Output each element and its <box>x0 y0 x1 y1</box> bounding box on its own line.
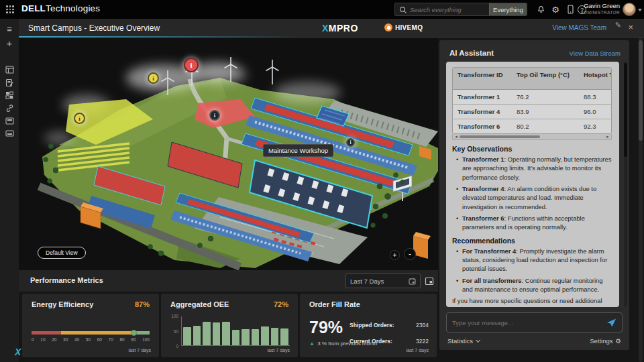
search-input[interactable] <box>410 3 489 15</box>
sidebar-item-apps[interactable] <box>0 89 19 101</box>
horizontal-scrollbar[interactable]: ◄ ► <box>452 134 612 140</box>
table-cell: Transformer 1 <box>453 90 512 104</box>
page-scrollbar[interactable] <box>639 38 643 362</box>
settings-button[interactable]: Settings⚙ <box>590 337 621 345</box>
oee-bar <box>193 326 201 345</box>
tick-label: 20 <box>52 337 56 342</box>
calendar-button[interactable] <box>425 276 434 286</box>
search-bar: Everything <box>394 3 527 16</box>
message-input-box <box>446 312 623 333</box>
table-cell: 96.0 <box>579 105 612 119</box>
vertical-scrollbar[interactable] <box>624 62 627 307</box>
scrollbar-thumb[interactable] <box>639 40 643 141</box>
hamburger-menu-icon[interactable]: ≡ <box>0 23 19 35</box>
oee-bar <box>261 326 269 345</box>
chevron-down-icon <box>476 338 480 343</box>
observations-title: Key Observations <box>452 145 613 153</box>
scrollbar-thumb[interactable] <box>460 135 540 139</box>
list-item: For Transformer 4: Promptly investigate … <box>456 247 613 274</box>
info-map-pin-2[interactable]: i <box>346 138 355 147</box>
order-fill-rate-card: Order Fill Rate 79% ▲ 3 % from previous … <box>300 294 437 357</box>
warning-map-pin[interactable]: i <box>148 72 159 84</box>
view-data-stream-link[interactable]: View Data Stream <box>570 50 621 57</box>
search-scope-button[interactable]: Everything <box>489 3 527 15</box>
close-icon[interactable]: × <box>628 22 633 32</box>
tick-label: 100 <box>142 337 150 342</box>
warning-map-pin-2[interactable]: i <box>74 113 85 124</box>
campus-3d-map[interactable]: i i i i i Maintance Workshop Default Vie… <box>19 38 438 270</box>
shipped-orders-row: Shipped Orders: 2304 <box>350 322 429 328</box>
oee-bar <box>280 328 288 345</box>
table-cell: Transformer 6 <box>453 119 512 133</box>
tick-label: 50 <box>168 329 178 334</box>
tick-label: 30 <box>63 337 68 342</box>
hivemq-icon <box>384 23 392 32</box>
table-cell: Transformer 4 <box>453 105 512 119</box>
gear-icon[interactable]: ⚙ <box>550 4 561 15</box>
order-fill-value: 79% <box>309 318 343 337</box>
avatar[interactable] <box>623 3 636 16</box>
tick-label: 50 <box>86 337 91 342</box>
bell-icon[interactable] <box>535 4 546 15</box>
list-item: Transformer 6: Functions within acceptab… <box>456 214 613 232</box>
hivemq-logo: HIVEMQ <box>384 23 423 32</box>
table-cell: 88.3 <box>579 90 612 104</box>
mobile-icon[interactable] <box>565 4 576 15</box>
info-map-pin[interactable]: i <box>209 110 220 121</box>
tick-label: 100 <box>168 314 178 318</box>
ai-assistant-panel: AI Assistant View Data Stream Transforme… <box>439 40 629 350</box>
dell-logo: DELLTechnologies <box>21 3 100 13</box>
message-input[interactable] <box>452 319 606 326</box>
card-title: Energy Efficiency <box>32 300 93 308</box>
gauge-track <box>32 331 150 335</box>
date-range-dropdown[interactable]: Last 7 Days <box>345 274 421 288</box>
card-title: Order Fill Rate <box>309 300 360 308</box>
gauge-segment <box>61 331 132 335</box>
statistics-toggle[interactable]: Statistics <box>447 337 480 345</box>
alert-map-pin[interactable]: i <box>184 58 199 72</box>
tick-label: 0 <box>32 337 34 342</box>
triangle-up-icon: ▲ <box>309 341 315 347</box>
current-orders-row: Current Orders: 3222 <box>350 338 429 345</box>
scroll-left-icon[interactable]: ◄ <box>454 134 458 139</box>
card-footnote: last 7 days <box>129 348 151 353</box>
sidebar-item-integrations[interactable] <box>0 102 19 114</box>
ai-message-bubble: Transformer IDTop Oil Temp (°C)Hotspot T… <box>446 62 619 307</box>
energy-efficiency-card: Energy Efficiency 87% 010203040506070809… <box>22 294 159 357</box>
ai-footer-note: If you have more specific questions or n… <box>452 296 613 307</box>
oee-bar <box>241 329 250 345</box>
table-row: Transformer 176.288.330.4 <box>453 90 612 105</box>
sidebar-item-forms[interactable] <box>0 76 19 88</box>
oee-bar <box>232 330 240 345</box>
sidebar-item-panels[interactable] <box>0 115 19 127</box>
oee-bar <box>183 327 191 345</box>
oee-bar <box>213 322 221 345</box>
zoom-out-button[interactable]: - <box>404 248 416 260</box>
edit-icon[interactable]: ✎ <box>615 21 621 29</box>
transformer-table-header-row: Transformer IDTop Oil Temp (°C)Hotspot T… <box>453 68 612 90</box>
sidebar-item-dashboards[interactable] <box>0 64 19 76</box>
default-view-button[interactable]: Default View <box>38 247 86 259</box>
send-icon[interactable] <box>606 318 616 327</box>
chevron-down-icon[interactable] <box>638 9 642 11</box>
table-header-cell: Top Oil Temp (°C) <box>512 68 579 89</box>
performance-metrics-header: Performance Metrics Last 7 Days <box>19 270 438 292</box>
energy-gauge: 0102030405060708090100 <box>32 331 150 342</box>
scrollbar-thumb[interactable] <box>624 63 627 157</box>
view-mags-team-link[interactable]: View MAGS Team <box>552 24 606 32</box>
oee-yticks: 100500 <box>168 314 178 349</box>
xmpro-watermark: X <box>15 347 21 357</box>
app-grid-icon[interactable] <box>6 5 14 13</box>
table-cell: 76.2 <box>512 90 579 104</box>
tick-label: 10 <box>40 337 45 342</box>
scroll-right-icon[interactable]: ► <box>606 134 610 139</box>
left-sidebar: ≡ + <box>0 19 19 362</box>
zoom-in-button[interactable]: + <box>390 250 400 260</box>
sidebar-item-reports[interactable] <box>0 127 19 139</box>
user-info[interactable]: Gavin Green ADMINISTRATOR <box>581 3 620 15</box>
card-value: 72% <box>274 300 288 308</box>
add-icon[interactable]: + <box>0 37 19 49</box>
search-icon <box>399 6 407 14</box>
recommendations-title: Recommendations <box>452 237 613 245</box>
map-tooltip: Maintance Workshop <box>263 144 333 157</box>
